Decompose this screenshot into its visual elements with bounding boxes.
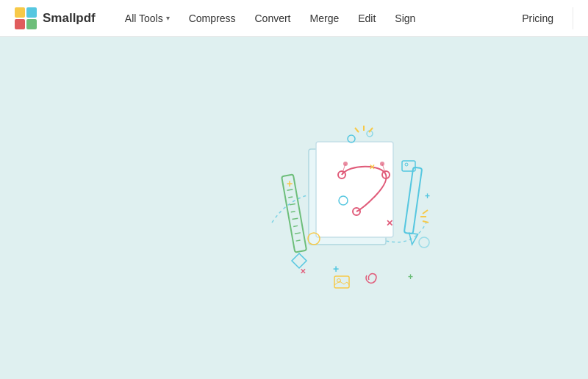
svg-text:✕: ✕ [386,218,393,228]
svg-text:+: + [408,272,413,282]
nav-all-tools[interactable]: All Tools ▾ [118,8,177,29]
svg-marker-25 [408,233,418,245]
hero-illustration: ✕ + + + + ✕ ✕ [228,90,448,325]
svg-rect-15 [282,174,306,252]
svg-point-12 [380,162,384,166]
svg-line-17 [288,197,293,198]
nav-merge[interactable]: Merge [303,8,347,29]
logo-icon [15,7,37,29]
header: Smallpdf All Tools ▾ Compress Convert Me… [0,0,588,37]
main-content: ✕ + + + + ✕ ✕ [0,37,588,379]
svg-line-43 [423,210,428,214]
logo[interactable]: Smallpdf [15,7,96,29]
svg-text:+: + [425,191,430,201]
svg-point-39 [405,163,408,166]
svg-rect-2 [15,19,25,29]
svg-rect-24 [404,167,422,234]
chevron-down-icon: ▾ [166,14,170,22]
nav-edit-label: Edit [358,12,376,24]
nav-edit[interactable]: Edit [351,8,383,29]
svg-rect-1 [26,7,37,18]
logo-text: Smallpdf [43,11,96,26]
svg-text:✕: ✕ [369,163,375,171]
nav-convert[interactable]: Convert [247,8,298,29]
svg-line-18 [290,203,295,204]
svg-text:+: + [333,263,339,275]
svg-line-41 [355,128,359,132]
nav-compress[interactable]: Compress [182,8,243,29]
svg-line-19 [291,212,295,212]
svg-line-22 [295,233,301,234]
svg-point-11 [343,162,348,166]
nav-merge-label: Merge [310,12,340,24]
main-nav: All Tools ▾ Compress Convert Merge Edit … [118,7,573,29]
svg-text:+: + [287,178,293,190]
svg-point-34 [419,237,429,248]
illustration-svg: ✕ + + + + ✕ ✕ [228,90,448,325]
svg-line-23 [296,240,301,241]
svg-rect-3 [26,19,37,29]
nav-pricing[interactable]: Pricing [514,8,561,29]
svg-rect-0 [15,7,25,18]
nav-sign[interactable]: Sign [387,8,423,29]
nav-compress-label: Compress [189,12,236,24]
svg-line-44 [423,221,429,223]
svg-line-20 [292,218,298,219]
nav-all-tools-label: All Tools [125,12,163,24]
nav-convert-label: Convert [254,12,290,24]
header-divider [573,7,573,29]
nav-pricing-label: Pricing [522,12,553,24]
nav-sign-label: Sign [395,12,415,24]
svg-line-21 [293,225,298,226]
svg-text:✕: ✕ [300,267,306,275]
